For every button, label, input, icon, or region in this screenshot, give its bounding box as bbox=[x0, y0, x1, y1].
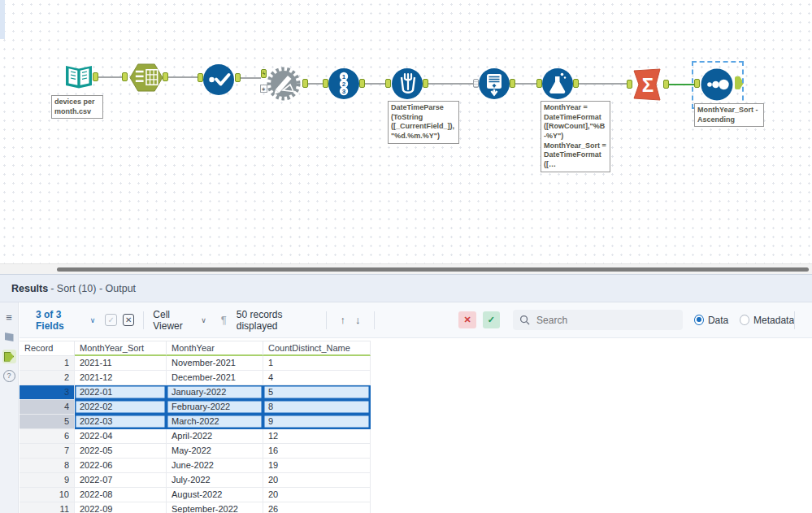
workflow-canvas[interactable]: ϟ ∗ devices per month.csv bbox=[0, 0, 812, 263]
data-radio[interactable] bbox=[694, 315, 704, 325]
data-cell[interactable]: 4 bbox=[263, 371, 371, 385]
apply-filter-button[interactable]: ✓ bbox=[483, 311, 500, 328]
data-cell[interactable]: 2022-04 bbox=[75, 429, 167, 444]
deselect-all-icon[interactable]: ✕ bbox=[123, 314, 134, 326]
column-header[interactable]: CountDistinct_Name bbox=[263, 341, 371, 356]
data-cell[interactable]: 2021-11 bbox=[75, 356, 167, 371]
tool-unique[interactable] bbox=[202, 63, 235, 99]
profile-panel-icon[interactable] bbox=[2, 330, 16, 344]
table-row: 42022-02February-20228 bbox=[20, 400, 371, 415]
search-input[interactable] bbox=[535, 314, 676, 327]
input-anchor[interactable] bbox=[385, 79, 391, 88]
data-cell[interactable]: 2022-08 bbox=[75, 488, 167, 502]
record-number-cell[interactable]: 5 bbox=[20, 415, 75, 429]
results-anchor-icon[interactable] bbox=[2, 350, 16, 363]
output-anchor[interactable] bbox=[573, 79, 579, 88]
tool-formula[interactable] bbox=[541, 67, 574, 103]
table-row: 22021-12December-20214 bbox=[20, 371, 371, 385]
output-anchor[interactable] bbox=[423, 79, 428, 88]
unique-icon bbox=[202, 63, 235, 96]
arrow-up-icon[interactable]: ↑ bbox=[340, 314, 345, 326]
column-header[interactable]: MonthYear bbox=[167, 341, 263, 356]
data-cell[interactable]: 19 bbox=[263, 459, 371, 473]
help-icon[interactable]: ? bbox=[2, 369, 16, 383]
input-anchor[interactable] bbox=[122, 72, 128, 81]
tool-summarize[interactable]: Σ bbox=[632, 68, 662, 104]
data-cell[interactable]: 2022-03 bbox=[75, 415, 167, 429]
select-all-checkbox-icon[interactable]: ✓ bbox=[105, 314, 116, 326]
data-cell[interactable]: 1 bbox=[263, 356, 371, 371]
data-cell[interactable]: 16 bbox=[263, 444, 371, 459]
tool-multi-field-formula[interactable] bbox=[391, 67, 423, 103]
results-title: Results bbox=[11, 283, 48, 294]
data-cell[interactable]: November-2021 bbox=[167, 356, 263, 371]
data-cell[interactable]: 2022-06 bbox=[75, 459, 167, 473]
output-anchor[interactable] bbox=[163, 72, 168, 81]
data-cell[interactable]: 9 bbox=[263, 415, 371, 429]
data-cell[interactable]: February-2022 bbox=[167, 400, 263, 415]
record-number-cell[interactable]: 11 bbox=[20, 502, 75, 513]
search-box[interactable] bbox=[513, 310, 683, 330]
scrollbar-thumb[interactable] bbox=[57, 267, 809, 272]
data-cell[interactable]: 2022-07 bbox=[75, 473, 167, 488]
record-number-cell[interactable]: 9 bbox=[20, 473, 75, 488]
chevron-down-icon[interactable]: ∨ bbox=[90, 316, 96, 324]
divider bbox=[326, 311, 327, 329]
data-cell[interactable]: December-2021 bbox=[167, 371, 263, 385]
data-cell[interactable]: May-2022 bbox=[167, 444, 263, 459]
data-cell[interactable]: 20 bbox=[263, 473, 371, 488]
remove-filter-button[interactable]: ✕ bbox=[458, 311, 475, 328]
tool-multi-row-formula[interactable] bbox=[478, 67, 510, 103]
svg-text:1: 1 bbox=[342, 73, 346, 80]
tool-select[interactable] bbox=[128, 63, 163, 96]
data-cell[interactable]: 20 bbox=[263, 488, 371, 502]
record-number-cell[interactable]: 3 bbox=[20, 385, 75, 400]
record-number-cell[interactable]: 6 bbox=[20, 429, 75, 444]
data-cell[interactable]: 8 bbox=[263, 400, 371, 415]
data-cell[interactable]: 2022-05 bbox=[75, 444, 167, 459]
tool-macro[interactable] bbox=[265, 65, 302, 106]
arrow-down-icon[interactable]: ↓ bbox=[355, 314, 361, 326]
data-cell[interactable]: 2021-12 bbox=[75, 371, 167, 385]
data-cell[interactable]: January-2022 bbox=[167, 385, 263, 400]
connection bbox=[98, 76, 122, 78]
fields-dropdown[interactable]: 3 of 3 Fields bbox=[36, 309, 86, 332]
data-cell[interactable]: August-2022 bbox=[167, 488, 263, 502]
tool-sort[interactable] bbox=[700, 67, 734, 105]
record-number-cell[interactable]: 2 bbox=[20, 371, 75, 385]
output-anchor[interactable] bbox=[510, 79, 515, 88]
chevron-down-icon[interactable]: ∨ bbox=[201, 316, 206, 324]
data-cell[interactable]: June-2022 bbox=[167, 459, 263, 473]
output-anchor[interactable] bbox=[302, 79, 308, 88]
list-icon[interactable]: ≡ bbox=[2, 311, 16, 324]
data-cell[interactable]: 5 bbox=[263, 385, 371, 400]
canvas-horizontal-scrollbar[interactable] bbox=[0, 263, 812, 275]
data-cell[interactable]: 2022-09 bbox=[75, 502, 167, 513]
column-header[interactable]: Record bbox=[20, 341, 75, 356]
metadata-radio[interactable] bbox=[740, 315, 749, 325]
output-anchor[interactable] bbox=[663, 80, 669, 89]
column-header[interactable]: MonthYear_Sort bbox=[75, 341, 167, 356]
record-number-cell[interactable]: 4 bbox=[20, 400, 75, 415]
data-cell[interactable]: 12 bbox=[263, 429, 371, 444]
canvas-edge-strip bbox=[0, 0, 5, 39]
record-number-cell[interactable]: 8 bbox=[20, 459, 75, 473]
svg-text:3: 3 bbox=[342, 88, 346, 95]
output-anchor[interactable] bbox=[359, 79, 365, 88]
data-cell[interactable]: April-2022 bbox=[167, 429, 263, 444]
record-number-cell[interactable]: 7 bbox=[20, 444, 75, 459]
pilcrow-icon[interactable]: ¶ bbox=[221, 314, 227, 326]
data-cell[interactable]: 2022-01 bbox=[75, 385, 167, 400]
record-number-cell[interactable]: 1 bbox=[20, 356, 75, 371]
data-cell[interactable]: 26 bbox=[263, 502, 371, 513]
data-cell[interactable]: 2022-02 bbox=[75, 400, 167, 415]
cell-viewer-dropdown[interactable]: Cell Viewer bbox=[153, 309, 197, 332]
tool-record-id[interactable]: 1 2 3 bbox=[328, 67, 360, 103]
data-cell[interactable]: September-2022 bbox=[167, 502, 263, 513]
data-cell[interactable]: March-2022 bbox=[167, 415, 263, 429]
data-cell[interactable]: July-2022 bbox=[167, 473, 263, 488]
table-header-row: RecordMonthYear_SortMonthYearCountDistin… bbox=[20, 341, 371, 356]
record-number-cell[interactable]: 10 bbox=[20, 488, 75, 502]
output-anchor[interactable] bbox=[235, 73, 241, 82]
tool-input-data[interactable] bbox=[63, 62, 94, 96]
